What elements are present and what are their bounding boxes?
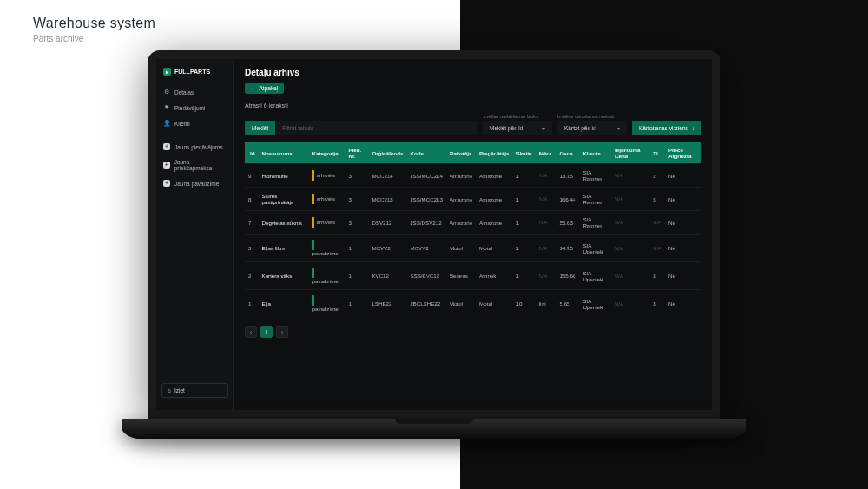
search-button[interactable]: Meklēt — [245, 121, 275, 135]
table-header-cell[interactable]: Tl. — [649, 142, 665, 164]
gear-icon: ⚙ — [163, 89, 170, 96]
back-button[interactable]: ← Atpakaļ — [245, 83, 284, 94]
table-cell: N/A — [611, 235, 649, 262]
table-cell: JSS/DSV212 — [406, 211, 445, 235]
filter-input[interactable] — [275, 121, 477, 135]
table-cell: 1 — [513, 235, 536, 262]
table-row[interactable]: 1Eļļapavadzīme1LSHE22JBCLSHE22MotulMotul… — [245, 290, 701, 318]
table-header-cell[interactable]: Pied. Nr. — [345, 142, 369, 164]
page-next-button[interactable]: › — [276, 326, 288, 338]
sort-field-select[interactable]: Kārtot pēc id ▾ — [557, 121, 627, 135]
sidebar-item-detalas[interactable]: ⚙ Detaļas — [156, 84, 233, 100]
table-cell: Nē — [665, 262, 701, 290]
table-cell: pavadzīme — [309, 290, 345, 318]
sidebar-action-new-prepayment[interactable]: + Jauna priekšapmaksa — [156, 155, 233, 175]
table-cell: N/A — [536, 188, 556, 211]
table-cell: arhivēts — [309, 211, 345, 235]
table-cell: Eļļas filtrs — [259, 235, 309, 262]
category-bar-icon — [312, 170, 314, 181]
table-cell: 1 — [513, 211, 536, 235]
sidebar-action-new-offer[interactable]: + Jauns piedāvājums — [156, 139, 233, 155]
filter-bar: Meklēt Izvēlies meklēšanas lauku: Meklēt… — [245, 114, 701, 135]
table-cell: litri — [536, 290, 556, 318]
parts-table: IdNosaukumsKategorijaPied. Nr.Orģinālkod… — [245, 142, 701, 317]
sidebar-item-label: Jauna pavadzīme — [174, 181, 219, 187]
table-header-cell[interactable]: Skaits — [513, 142, 536, 164]
table-cell: 8 — [245, 188, 259, 211]
flag-icon: ⚑ — [163, 104, 170, 111]
sort-direction-button[interactable]: Kārtošanas virziens ↓ — [632, 121, 701, 135]
table-cell: N/A — [611, 164, 649, 188]
table-cell: Belarus — [446, 262, 476, 290]
page-prev-button[interactable]: ‹ — [245, 326, 257, 338]
table-header-cell[interactable]: Mērv. — [536, 142, 556, 164]
table-row[interactable]: 9Hidromuftearhivēts3MCC214JSS/MCC214Amaz… — [245, 164, 701, 188]
table-row[interactable]: 3Eļļas filtrspavadzīme1MCVV2MCVV2MotulMo… — [245, 235, 701, 262]
table-cell: Amazone — [476, 164, 512, 188]
search-field-select[interactable]: Meklēt pēc id ▾ — [483, 121, 552, 135]
table-cell: Nē — [665, 290, 701, 318]
table-cell: 1 — [345, 290, 369, 318]
table-cell: pavadzīme — [309, 262, 345, 290]
table-cell: 1 — [513, 262, 536, 290]
brand[interactable]: ▸ FULLPARTS — [156, 66, 233, 84]
table-cell: JSS/MCC213 — [406, 188, 445, 211]
sidebar-item-piedavajumi[interactable]: ⚑ Piedāvājumi — [156, 100, 233, 116]
sidebar: ▸ FULLPARTS ⚙ Detaļas ⚑ Piedāvājumi 👤 Kl… — [156, 59, 234, 410]
table-cell: 14.95 — [556, 235, 579, 262]
table-cell: KVC12 — [368, 262, 406, 290]
table-header-cell[interactable]: Ražotājs — [446, 142, 476, 164]
sidebar-action-new-invoice[interactable]: + Jauna pavadzīme — [156, 175, 233, 191]
arrow-down-icon: ↓ — [692, 125, 694, 131]
main-content: Detaļu arhīvs ← Atpakaļ Atrasti 6 ieraks… — [234, 59, 712, 410]
table-cell: N/A — [611, 290, 649, 318]
table-header-cell[interactable]: Klients — [579, 142, 611, 164]
table-row[interactable]: 2Kartera vākspavadzīme1KVC12SSS/KVC12Bel… — [245, 262, 701, 290]
table-header-cell[interactable]: Nosaukums — [259, 142, 309, 164]
table-cell: Nē — [665, 164, 701, 188]
table-cell: N/A — [649, 211, 665, 235]
table-cell: Nē — [665, 211, 701, 235]
table-cell: Amazone — [446, 211, 476, 235]
app-root: ▸ FULLPARTS ⚙ Detaļas ⚑ Piedāvājumi 👤 Kl… — [156, 59, 712, 410]
divider — [156, 135, 233, 135]
table-cell: N/A — [536, 262, 556, 290]
brand-name: FULLPARTS — [174, 69, 210, 75]
table-row[interactable]: 8Stūres pastiprinātājsarhivēts3MCC213JSS… — [245, 188, 701, 211]
table-cell: 3 — [345, 188, 369, 211]
table-cell: arhivēts — [309, 188, 345, 211]
logout-button[interactable]: ⎋ Iziet — [161, 383, 228, 398]
table-cell: arhivēts — [309, 164, 345, 188]
table-header-cell[interactable]: Cena — [556, 142, 579, 164]
table-cell: 9 — [245, 164, 259, 188]
table-cell: 13.15 — [556, 164, 579, 188]
table-cell: 3 — [345, 164, 369, 188]
table-header-cell[interactable]: Id — [245, 142, 259, 164]
table-header-cell[interactable]: Kods — [406, 142, 445, 164]
table-cell: pavadzīme — [309, 235, 345, 262]
table-header-cell[interactable]: Prece Atgriezta — [665, 142, 701, 164]
table-header-cell[interactable]: Piegādātājs — [476, 142, 512, 164]
category-bar-icon — [312, 217, 314, 228]
sidebar-item-label: Klienti — [174, 121, 190, 127]
pagination: ‹ 1 › — [245, 326, 701, 338]
table-cell: 7 — [245, 211, 259, 235]
page-subtitle: Parts archive — [33, 34, 155, 43]
table-cell: MCVV2 — [368, 235, 406, 262]
table-header-cell[interactable]: Orģinālkods — [368, 142, 406, 164]
table-cell: Amazone — [446, 188, 476, 211]
table-header-cell[interactable]: Kategorija — [309, 142, 345, 164]
table-cell: 2 — [649, 164, 665, 188]
table-row[interactable]: 7Degvielas sūknisarhivēts3DSV212JSS/DSV2… — [245, 211, 701, 235]
table-cell: 1 — [345, 262, 369, 290]
result-count: Atrasti 6 ieraksti — [245, 102, 701, 109]
table-cell: MCVV2 — [406, 235, 445, 262]
table-header-cell[interactable]: Iepirkuma Cena — [611, 142, 649, 164]
table-cell: N/A — [536, 164, 556, 188]
sidebar-item-klienti[interactable]: 👤 Klienti — [156, 116, 233, 131]
table-cell: 166.44 — [556, 188, 579, 211]
table-cell: MCC213 — [368, 188, 406, 211]
sort-field-label: Izvēlies kārtošanas metodi: — [557, 114, 627, 119]
page-current-button[interactable]: 1 — [260, 326, 273, 338]
table-cell: Nē — [665, 235, 701, 262]
